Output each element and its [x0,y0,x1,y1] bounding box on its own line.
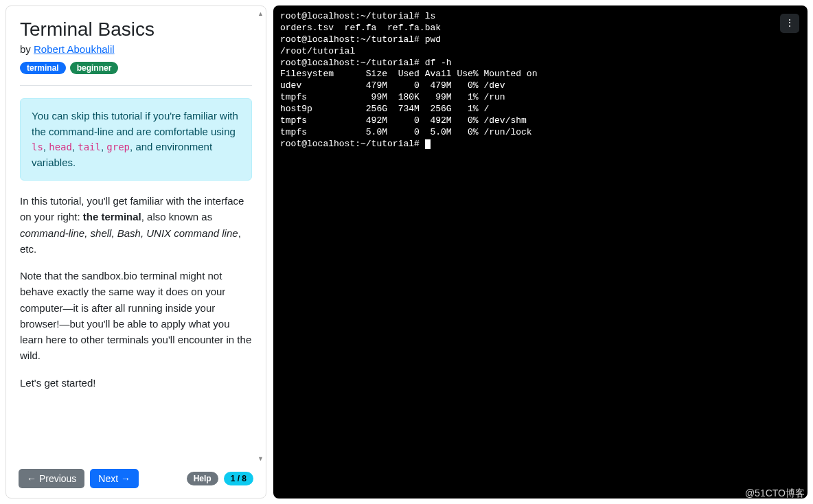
previous-button[interactable]: ← Previous [19,469,84,488]
terminal-prompt: root@localhost:~/tutorial# [280,139,425,149]
author-line: by Robert Aboukhalil [20,43,252,55]
code-tail: tail [78,141,101,152]
tag-terminal: terminal [20,62,66,74]
page-title: Terminal Basics [20,19,252,41]
scroll-up-icon[interactable]: ▲ [257,10,264,17]
tags-row: terminal beginner [20,62,252,74]
progress-badge: 1 / 8 [224,472,253,485]
info-callout: You can skip this tutorial if you're fam… [20,98,252,181]
tutorial-sidebar: ▲ Terminal Basics by Robert Aboukhalil t… [5,5,266,499]
author-link[interactable]: Robert Aboukhalil [34,43,115,55]
scroll-down-icon[interactable]: ▼ [257,455,264,462]
cursor-icon [425,139,431,149]
intro-para-2: Note that the sandbox.bio terminal might… [20,268,252,364]
sidebar-footer: ← Previous Next → Help 1 / 8 [6,459,266,498]
divider [20,85,252,86]
terminal-panel[interactable]: ⋮ root@localhost:~/tutorial# ls orders.t… [273,5,808,499]
intro-para-3: Let's get started! [20,375,252,391]
sidebar-content: Terminal Basics by Robert Aboukhalil ter… [6,6,266,459]
help-button[interactable]: Help [187,472,218,485]
next-button[interactable]: Next → [90,469,139,488]
code-head: head [49,141,72,152]
code-grep: grep [106,141,130,152]
terminal-output: root@localhost:~/tutorial# ls orders.tsv… [280,11,801,150]
code-ls: ls [32,141,43,152]
intro-para-1: In this tutorial, you'll get familiar wi… [20,193,252,257]
watermark: @51CTO博客 [745,488,805,500]
kebab-menu-icon[interactable]: ⋮ [780,14,799,33]
tag-beginner: beginner [70,62,119,74]
